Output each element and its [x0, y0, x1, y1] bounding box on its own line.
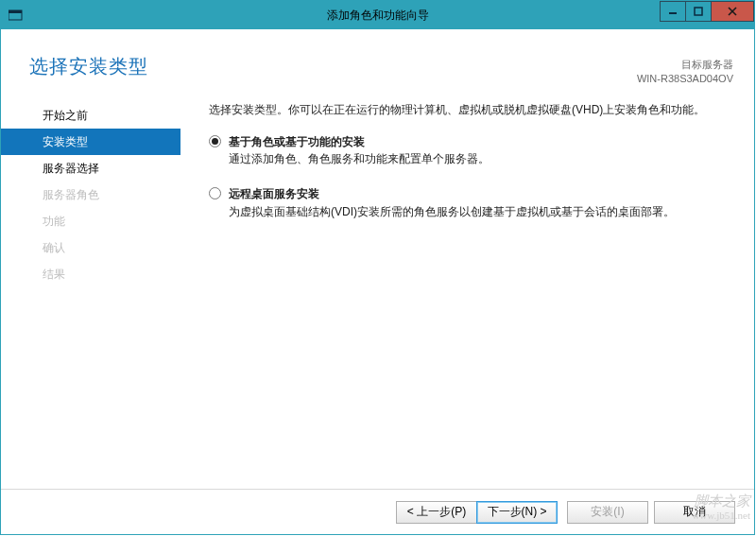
main-split: 开始之前 安装类型 服务器选择 服务器角色 功能 确认 结果 选择安装类型。你可… — [1, 96, 754, 489]
wizard-window: 添加角色和功能向导 选择安装类型 目标服务器 WIN-R38S3AD04OV 开… — [0, 0, 755, 535]
target-name: WIN-R38S3AD04OV — [637, 72, 733, 86]
step-confirmation: 确认 — [1, 234, 180, 261]
step-server-selection[interactable]: 服务器选择 — [1, 155, 180, 182]
svg-rect-3 — [695, 8, 702, 15]
cancel-button[interactable]: 取消 — [654, 501, 735, 524]
svg-rect-1 — [9, 10, 22, 13]
install-button: 安装(I) — [567, 501, 648, 524]
option-desc: 通过添加角色、角色服务和功能来配置单个服务器。 — [229, 150, 726, 168]
radio-role-based[interactable] — [209, 135, 221, 147]
option-body: 基于角色或基于功能的安装 通过添加角色、角色服务和功能来配置单个服务器。 — [229, 133, 726, 168]
step-before-you-begin[interactable]: 开始之前 — [1, 102, 180, 129]
maximize-button[interactable] — [685, 1, 712, 22]
titlebar[interactable]: 添加角色和功能向导 — [1, 1, 754, 29]
option-desc: 为虚拟桌面基础结构(VDI)安装所需的角色服务以创建基于虚拟机或基于会话的桌面部… — [229, 203, 726, 221]
wizard-body: 选择安装类型 目标服务器 WIN-R38S3AD04OV 开始之前 安装类型 服… — [1, 29, 754, 534]
page-title: 选择安装类型 — [29, 54, 148, 79]
option-body: 远程桌面服务安装 为虚拟桌面基础结构(VDI)安装所需的角色服务以创建基于虚拟机… — [229, 185, 726, 220]
target-label: 目标服务器 — [637, 58, 733, 72]
option-role-based[interactable]: 基于角色或基于功能的安装 通过添加角色、角色服务和功能来配置单个服务器。 — [209, 133, 726, 168]
target-info: 目标服务器 WIN-R38S3AD04OV — [637, 54, 733, 87]
option-title: 基于角色或基于功能的安装 — [229, 133, 726, 151]
wizard-sidebar: 开始之前 安装类型 服务器选择 服务器角色 功能 确认 结果 — [1, 96, 180, 489]
wizard-footer: < 上一步(P) 下一步(N) > 安装(I) 取消 — [1, 489, 754, 534]
radio-rds[interactable] — [209, 187, 221, 199]
intro-text: 选择安装类型。你可以在正在运行的物理计算机、虚拟机或脱机虚拟硬盘(VHD)上安装… — [209, 101, 726, 118]
header-area: 选择安装类型 目标服务器 WIN-R38S3AD04OV — [1, 29, 754, 96]
step-server-roles: 服务器角色 — [1, 182, 180, 208]
app-icon — [7, 6, 26, 25]
option-rds[interactable]: 远程桌面服务安装 为虚拟桌面基础结构(VDI)安装所需的角色服务以创建基于虚拟机… — [209, 185, 726, 220]
content-pane: 选择安装类型。你可以在正在运行的物理计算机、虚拟机或脱机虚拟硬盘(VHD)上安装… — [180, 96, 754, 489]
close-button[interactable] — [711, 1, 754, 22]
previous-button[interactable]: < 上一步(P) — [396, 501, 477, 524]
minimize-button[interactable] — [660, 1, 686, 22]
step-features: 功能 — [1, 208, 180, 234]
window-title: 添加角色和功能向导 — [1, 8, 754, 24]
step-installation-type[interactable]: 安装类型 — [1, 129, 180, 155]
next-button[interactable]: 下一步(N) > — [476, 501, 558, 524]
step-results: 结果 — [1, 261, 180, 287]
option-title: 远程桌面服务安装 — [229, 185, 726, 203]
window-controls — [661, 1, 754, 22]
